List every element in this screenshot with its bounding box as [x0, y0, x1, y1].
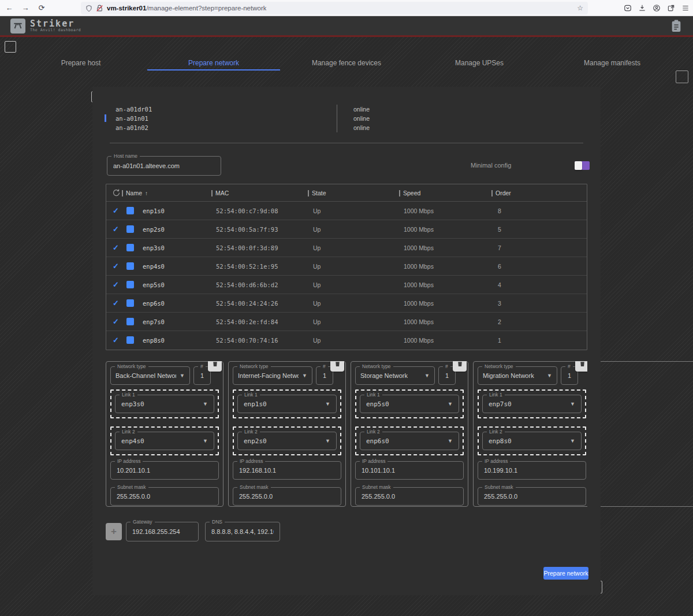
bookmark-star-icon[interactable]: ☆	[577, 4, 583, 12]
network-type-select[interactable]: Network type Back-Channel Network ▼	[110, 366, 190, 385]
host-name-field-label: Host name	[111, 153, 140, 159]
link1-label: Link 1	[120, 392, 137, 398]
row-checkbox[interactable]	[126, 244, 134, 251]
table-row[interactable]: ✓ enp2s0 52:54:00:5a:7f:93 Up 1000 Mbps …	[106, 220, 587, 239]
link2-select[interactable]: Link 2 enp2s0 ▼	[237, 432, 337, 450]
link1-dropzone[interactable]: Link 1 enp7s0 ▼	[478, 389, 586, 418]
link1-dropzone[interactable]: Link 1 enp5s0 ▼	[355, 389, 464, 418]
table-row[interactable]: ✓ enp7s0 52:54:00:2e:fd:84 Up 1000 Mbps …	[106, 313, 587, 331]
network-type-select[interactable]: Network type Migration Network ▼	[478, 366, 557, 385]
row-checkbox[interactable]	[126, 318, 134, 325]
network-cards: Network type Back-Channel Network ▼ # 1	[106, 361, 601, 509]
table-row[interactable]: ✓ enp5s0 52:54:00:d6:6b:d2 Up 1000 Mbps …	[106, 276, 587, 294]
subnet-mask-field[interactable]: Subnet mask 255.255.0.0	[233, 487, 341, 506]
row-checkbox[interactable]	[126, 336, 134, 344]
column-header-name[interactable]: Name↑	[126, 190, 148, 196]
link2-dropzone[interactable]: Link 2 enp8s0 ▼	[478, 426, 586, 455]
link1-dropzone[interactable]: Link 1 enp3s0 ▼	[110, 389, 219, 418]
subnet-mask-field[interactable]: Subnet mask 255.255.0.0	[478, 487, 586, 506]
step-tab[interactable]: Prepare host	[14, 51, 147, 70]
link1-select[interactable]: Link 1 enp1s0 ▼	[237, 395, 337, 413]
host-list-item[interactable]: an-a01n01 online	[92, 114, 601, 123]
link2-select[interactable]: Link 2 enp4s0 ▼	[115, 432, 214, 450]
subnet-mask-value: 255.255.0.0	[362, 493, 395, 500]
step-tab[interactable]: Manage manifests	[546, 51, 679, 70]
row-checkbox[interactable]	[126, 299, 134, 307]
step-tab[interactable]: Manage fence devices	[280, 51, 413, 70]
cell-order: 4	[498, 281, 501, 288]
network-type-select[interactable]: Network type Storage Network ▼	[355, 366, 435, 385]
subnet-mask-field[interactable]: Subnet mask 255.255.0.0	[110, 487, 219, 506]
table-row[interactable]: ✓ enp6s0 52:54:00:24:24:26 Up 1000 Mbps …	[106, 294, 587, 313]
sync-icon[interactable]	[112, 188, 121, 199]
network-type-select[interactable]: Network type Internet-Facing Network ▼	[233, 366, 312, 385]
delete-network-button[interactable]	[330, 361, 344, 372]
table-row[interactable]: ✓ enp3s0 52:54:00:0f:3d:89 Up 1000 Mbps …	[106, 239, 587, 257]
clipboard-icon[interactable]	[669, 18, 684, 34]
host-name: an-a01dr01	[116, 106, 152, 113]
striker-logo-icon[interactable]	[10, 18, 25, 34]
cell-mac: 52:54:00:0f:3d:89	[216, 244, 278, 251]
row-checkbox[interactable]	[126, 281, 134, 288]
table-row[interactable]: ✓ enp4s0 52:54:00:52:1e:95 Up 1000 Mbps …	[106, 257, 587, 276]
ip-address-label: IP address	[237, 458, 265, 464]
column-header-order[interactable]: Order	[495, 190, 511, 196]
column-header-speed[interactable]: Speed	[403, 190, 420, 196]
link2-select[interactable]: Link 2 enp8s0 ▼	[482, 432, 582, 450]
link1-dropzone[interactable]: Link 1 enp1s0 ▼	[233, 389, 341, 418]
reload-icon[interactable]: ⟳	[35, 2, 49, 14]
check-icon: ✓	[113, 299, 119, 307]
row-checkbox[interactable]	[126, 225, 134, 233]
cell-speed: 1000 Mbps	[404, 244, 434, 251]
subnet-mask-field[interactable]: Subnet mask 255.255.0.0	[355, 487, 464, 506]
link2-dropzone[interactable]: Link 2 enp4s0 ▼	[110, 426, 219, 455]
link1-select[interactable]: Link 1 enp7s0 ▼	[482, 395, 582, 413]
network-type-label: Network type	[360, 363, 393, 369]
step-tab[interactable]: Manage UPSes	[413, 51, 546, 70]
ip-address-field[interactable]: IP address 10.101.10.1	[355, 461, 464, 480]
trash-icon	[456, 361, 464, 370]
download-icon[interactable]	[638, 4, 646, 12]
url-bar[interactable]: vm-striker01/manage-element?step=prepare…	[81, 2, 588, 14]
link2-dropzone[interactable]: Link 2 enp6s0 ▼	[355, 426, 464, 455]
dns-field[interactable]: DNS 8.8.8.8, 8.8.4.4, 192.168.255	[205, 522, 280, 541]
step-tabs: Prepare host Prepare network Manage fenc…	[14, 51, 679, 70]
ip-address-field[interactable]: IP address 10.199.10.1	[478, 461, 586, 480]
caret-down-icon: ▼	[543, 373, 552, 378]
account-icon[interactable]	[653, 4, 661, 12]
ip-address-field[interactable]: IP address 192.168.10.1	[233, 461, 341, 480]
link1-label: Link 1	[364, 392, 382, 398]
insecure-lock-icon[interactable]	[96, 5, 103, 12]
minimal-config-switch[interactable]	[575, 161, 590, 170]
table-row[interactable]: ✓ enp1s0 52:54:00:c7:9d:08 Up 1000 Mbps …	[106, 202, 587, 220]
column-header-mac[interactable]: MAC	[215, 190, 229, 196]
gateway-field[interactable]: Gateway 192.168.255.254	[126, 522, 199, 541]
prepare-network-button[interactable]: Prepare network	[543, 567, 588, 580]
delete-network-button[interactable]	[208, 361, 222, 372]
column-header-state[interactable]: State	[312, 190, 326, 196]
link1-select[interactable]: Link 1 enp5s0 ▼	[360, 395, 459, 413]
forward-icon[interactable]: →	[18, 2, 32, 14]
back-icon[interactable]: ←	[2, 2, 16, 14]
link2-select[interactable]: Link 2 enp6s0 ▼	[360, 432, 459, 450]
divider	[110, 143, 583, 143]
host-name-field[interactable]: Host name an-a01n01.alteeve.com	[107, 156, 221, 176]
host-list-item[interactable]: an-a01dr01 online	[92, 105, 601, 114]
link1-select[interactable]: Link 1 enp3s0 ▼	[115, 395, 214, 413]
table-row[interactable]: ✓ enp8s0 52:54:00:70:74:16 Up 1000 Mbps …	[106, 331, 587, 350]
network-type-label: Network type	[482, 363, 516, 369]
row-checkbox[interactable]	[126, 262, 134, 270]
cell-order: 8	[498, 207, 501, 214]
step-tab[interactable]: Prepare network	[147, 51, 280, 70]
add-network-button[interactable]: +	[106, 523, 122, 540]
cell-order: 6	[498, 263, 501, 270]
row-checkbox[interactable]	[126, 207, 134, 214]
ip-address-field[interactable]: IP address 10.201.10.1	[110, 461, 219, 480]
shield-icon[interactable]	[85, 5, 92, 12]
share-icon[interactable]	[667, 4, 675, 12]
delete-network-button[interactable]	[453, 361, 467, 372]
link2-dropzone[interactable]: Link 2 enp2s0 ▼	[233, 426, 341, 455]
menu-icon[interactable]	[681, 4, 690, 12]
pocket-icon[interactable]	[624, 4, 632, 12]
host-list-item[interactable]: an-a01n02 online	[92, 123, 601, 132]
